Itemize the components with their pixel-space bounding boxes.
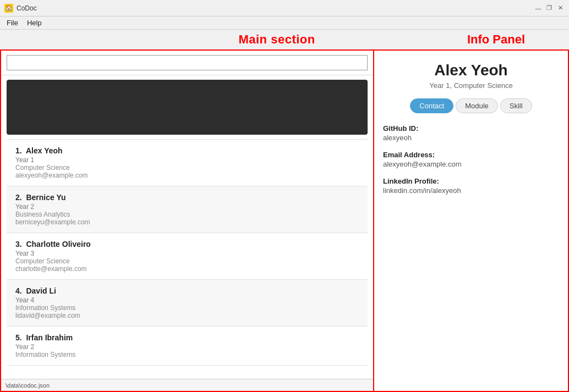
info-field-label: Email Address: bbox=[383, 151, 559, 159]
list-item[interactable]: 3. Charlotte Oliveiro Year 3 Computer Sc… bbox=[7, 233, 368, 280]
app-title: CoDoc bbox=[17, 4, 37, 12]
list-item-year: Year 3 bbox=[15, 250, 359, 257]
list-item-email: alexyeoh@example.com bbox=[15, 172, 359, 179]
list-item-name: 5. Irfan Ibrahim bbox=[15, 333, 359, 342]
list-item-major: Computer Science bbox=[15, 257, 359, 265]
tab-skill[interactable]: Skill bbox=[500, 98, 532, 113]
info-field-value: alexyeoh bbox=[383, 134, 559, 142]
maximize-button[interactable]: ❐ bbox=[545, 4, 554, 13]
main-section-label: Main section bbox=[238, 32, 315, 47]
list-item-name: 4. David Li bbox=[15, 286, 359, 295]
main-section: 1. Alex Yeoh Year 1 Computer Science ale… bbox=[0, 51, 374, 392]
list-item-name: 1. Alex Yeoh bbox=[15, 146, 359, 155]
close-button[interactable]: ✕ bbox=[556, 4, 565, 13]
search-input[interactable] bbox=[7, 55, 368, 70]
info-panel-label: Info Panel bbox=[467, 32, 525, 47]
list-item-year: Year 2 bbox=[15, 343, 359, 351]
list-item-name: 3. Charlotte Oliveiro bbox=[15, 240, 359, 249]
section-labels: Main section Info Panel bbox=[0, 30, 569, 49]
list-item-year: Year 2 bbox=[15, 203, 359, 211]
list-item[interactable]: 4. David Li Year 4 Information Systems l… bbox=[7, 280, 368, 327]
profile-subtitle: Year 1, Computer Science bbox=[383, 81, 559, 90]
menu-help[interactable]: Help bbox=[23, 18, 46, 28]
menu-bar: File Help bbox=[0, 16, 569, 30]
info-field-label: GitHub ID: bbox=[383, 124, 559, 132]
info-fields: GitHub ID: alexyeoh Email Address: alexy… bbox=[383, 124, 559, 195]
list-item[interactable]: 2. Bernice Yu Year 2 Business Analytics … bbox=[7, 186, 368, 233]
list-item-email: lidavid@example.com bbox=[15, 312, 359, 319]
info-field: LinkedIn Profile: linkedin.com/in/alexye… bbox=[383, 177, 559, 195]
status-bar: \data\codoc.json bbox=[1, 379, 373, 391]
tab-contact[interactable]: Contact bbox=[410, 98, 453, 113]
info-field-label: LinkedIn Profile: bbox=[383, 177, 559, 185]
list-item-major: Information Systems bbox=[15, 304, 359, 312]
profile-name: Alex Yeoh bbox=[383, 62, 559, 79]
tab-module[interactable]: Module bbox=[456, 98, 498, 113]
persons-list[interactable]: 1. Alex Yeoh Year 1 Computer Science ale… bbox=[7, 139, 368, 379]
info-field: Email Address: alexyeoh@example.com bbox=[383, 151, 559, 168]
list-item-year: Year 4 bbox=[15, 296, 359, 304]
list-item[interactable]: 1. Alex Yeoh Year 1 Computer Science ale… bbox=[7, 140, 368, 186]
info-field-value: alexyeoh@example.com bbox=[383, 160, 559, 168]
list-item-name: 2. Bernice Yu bbox=[15, 193, 359, 202]
app-body: 1. Alex Yeoh Year 1 Computer Science ale… bbox=[0, 49, 569, 392]
title-bar: 🏠 CoDoc — ❐ ✕ bbox=[0, 0, 569, 16]
menu-file[interactable]: File bbox=[2, 18, 23, 28]
list-item-major: Information Systems bbox=[15, 351, 359, 358]
window-controls: — ❐ ✕ bbox=[534, 4, 565, 13]
tabs-row: ContactModuleSkill bbox=[383, 98, 559, 113]
search-bar-wrapper bbox=[1, 51, 373, 75]
info-field-value: linkedin.com/in/alexyeoh bbox=[383, 186, 559, 195]
info-field: GitHub ID: alexyeoh bbox=[383, 124, 559, 142]
status-text: \data\codoc.json bbox=[6, 382, 50, 389]
info-panel: Alex Yeoh Year 1, Computer Science Conta… bbox=[374, 51, 569, 392]
list-item-major: Business Analytics bbox=[15, 211, 359, 218]
image-placeholder bbox=[7, 80, 368, 135]
list-item[interactable]: 5. Irfan Ibrahim Year 2 Information Syst… bbox=[7, 327, 368, 366]
list-item-email: berniceyu@example.com bbox=[15, 218, 359, 226]
app-icon: 🏠 bbox=[4, 4, 13, 13]
list-item-year: Year 1 bbox=[15, 156, 359, 164]
title-bar-left: 🏠 CoDoc bbox=[4, 4, 37, 13]
minimize-button[interactable]: — bbox=[534, 4, 543, 13]
list-item-email: charlotte@example.com bbox=[15, 265, 359, 273]
list-item-major: Computer Science bbox=[15, 164, 359, 172]
